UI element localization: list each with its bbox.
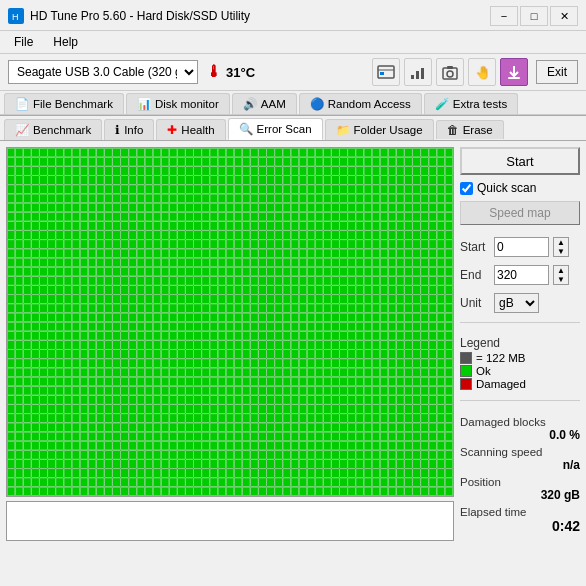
- svg-rect-10: [447, 66, 453, 69]
- speed-map-button[interactable]: Speed map: [460, 201, 580, 225]
- start-button[interactable]: Start: [460, 147, 580, 175]
- toolbar: Seagate USB 3.0 Cable (320 gB) 🌡 31°C 🤚 …: [0, 54, 586, 91]
- close-button[interactable]: ✕: [550, 6, 578, 26]
- legend-gray: = 122 MB: [460, 352, 580, 364]
- menu-file[interactable]: File: [8, 33, 39, 51]
- scanning-speed-label: Scanning speed: [460, 446, 580, 458]
- end-spinner: ▲ ▼: [553, 265, 569, 285]
- stats-section: Damaged blocks 0.0 % Scanning speed n/a …: [460, 416, 580, 534]
- position-value: 320 gB: [460, 488, 580, 502]
- tabs-row2: 📈 Benchmark ℹ Info ✚ Health 🔍 Error Scan…: [0, 116, 586, 140]
- tab-aam[interactable]: 🔊 AAM: [232, 93, 297, 114]
- tab-file-benchmark[interactable]: 📄 File Benchmark: [4, 93, 124, 114]
- app-icon: H: [8, 8, 24, 24]
- start-input[interactable]: [494, 237, 549, 257]
- title-bar: H HD Tune Pro 5.60 - Hard Disk/SSD Utili…: [0, 0, 586, 31]
- end-field-row: End ▲ ▼: [460, 265, 580, 285]
- svg-rect-5: [411, 75, 414, 79]
- elapsed-time-value: 0:42: [460, 518, 580, 534]
- legend-ok: Ok: [460, 365, 580, 377]
- end-spin-up[interactable]: ▲: [554, 266, 568, 275]
- start-spin-down[interactable]: ▼: [554, 247, 568, 256]
- window-controls: − □ ✕: [490, 6, 578, 26]
- health-icon: ✚: [167, 123, 177, 137]
- legend-box-green: [460, 365, 472, 377]
- benchmark-icon: 📈: [15, 123, 29, 137]
- start-label: Start: [460, 240, 490, 254]
- tab-extra-tests[interactable]: 🧪 Extra tests: [424, 93, 518, 114]
- unit-selector[interactable]: gB MB: [494, 293, 539, 313]
- menu-bar: File Help: [0, 31, 586, 54]
- menu-help[interactable]: Help: [47, 33, 84, 51]
- scan-info-bar: [6, 501, 454, 541]
- info-icon: ℹ: [115, 123, 120, 137]
- tabs-row1-container: 📄 File Benchmark 📊 Disk monitor 🔊 AAM 🔵 …: [0, 91, 586, 116]
- legend-gray-label: = 122 MB: [476, 352, 526, 364]
- svg-text:🤚: 🤚: [475, 64, 491, 81]
- svg-rect-6: [416, 71, 419, 79]
- tab-benchmark[interactable]: 📈 Benchmark: [4, 119, 102, 140]
- damaged-blocks-label: Damaged blocks: [460, 416, 580, 428]
- scan-grid-container: [6, 147, 454, 497]
- scan-area: [6, 147, 454, 541]
- drive-selector[interactable]: Seagate USB 3.0 Cable (320 gB): [8, 60, 198, 84]
- position-label: Position: [460, 476, 580, 488]
- svg-rect-7: [421, 68, 424, 79]
- quick-scan-checkbox[interactable]: [460, 182, 473, 195]
- tabs-row1: 📄 File Benchmark 📊 Disk monitor 🔊 AAM 🔵 …: [0, 91, 586, 115]
- tab-health[interactable]: ✚ Health: [156, 119, 225, 140]
- temperature-value: 31°C: [226, 65, 255, 80]
- download-icon-btn[interactable]: [500, 58, 528, 86]
- info-icon-btn[interactable]: [372, 58, 400, 86]
- file-benchmark-icon: 📄: [15, 97, 29, 111]
- aam-icon: 🔊: [243, 97, 257, 111]
- end-input[interactable]: [494, 265, 549, 285]
- start-spinner: ▲ ▼: [553, 237, 569, 257]
- scanning-speed-value: n/a: [460, 458, 580, 472]
- restore-button[interactable]: □: [520, 6, 548, 26]
- minimize-button[interactable]: −: [490, 6, 518, 26]
- legend-damaged-label: Damaged: [476, 378, 526, 390]
- tab-random-access[interactable]: 🔵 Random Access: [299, 93, 422, 114]
- right-panel: Start Quick scan Speed map Start ▲ ▼ End: [460, 147, 580, 541]
- svg-point-9: [447, 71, 453, 77]
- chart-icon-btn[interactable]: [404, 58, 432, 86]
- camera-icon-btn[interactable]: [436, 58, 464, 86]
- random-access-icon: 🔵: [310, 97, 324, 111]
- tab-erase[interactable]: 🗑 Erase: [436, 120, 504, 139]
- svg-rect-4: [380, 72, 384, 75]
- scan-canvas: [7, 148, 453, 496]
- tab-disk-monitor[interactable]: 📊 Disk monitor: [126, 93, 230, 114]
- thermometer-icon: 🌡: [206, 63, 222, 81]
- extra-tests-icon: 🧪: [435, 97, 449, 111]
- app-title: HD Tune Pro 5.60 - Hard Disk/SSD Utility: [30, 9, 250, 23]
- tab-folder-usage[interactable]: 📁 Folder Usage: [325, 119, 434, 140]
- legend-box-red: [460, 378, 472, 390]
- divider1: [460, 322, 580, 323]
- legend-section: Legend = 122 MB Ok Damaged: [460, 336, 580, 391]
- title-bar-left: H HD Tune Pro 5.60 - Hard Disk/SSD Utili…: [8, 8, 250, 24]
- divider2: [460, 400, 580, 401]
- quick-scan-label[interactable]: Quick scan: [477, 181, 536, 195]
- end-spin-down[interactable]: ▼: [554, 275, 568, 284]
- end-field-container: End ▲ ▼: [460, 263, 580, 285]
- svg-text:H: H: [12, 12, 19, 22]
- svg-rect-12: [508, 77, 520, 79]
- unit-row: Unit gB MB: [460, 293, 580, 313]
- exit-button[interactable]: Exit: [536, 60, 578, 84]
- toolbar-icons: 🤚: [372, 58, 528, 86]
- error-scan-icon: 🔍: [239, 122, 253, 136]
- temperature-display: 🌡 31°C: [206, 63, 255, 81]
- glove-icon-btn[interactable]: 🤚: [468, 58, 496, 86]
- start-field-container: Start ▲ ▼: [460, 235, 580, 257]
- start-spin-up[interactable]: ▲: [554, 238, 568, 247]
- tab-info[interactable]: ℹ Info: [104, 119, 154, 140]
- folder-icon: 📁: [336, 123, 350, 137]
- legend-ok-label: Ok: [476, 365, 491, 377]
- start-field-row: Start ▲ ▼: [460, 237, 580, 257]
- tab-error-scan[interactable]: 🔍 Error Scan: [228, 118, 323, 140]
- tabs-row2-container: 📈 Benchmark ℹ Info ✚ Health 🔍 Error Scan…: [0, 116, 586, 141]
- disk-monitor-icon: 📊: [137, 97, 151, 111]
- erase-icon: 🗑: [447, 124, 459, 136]
- damaged-blocks-value: 0.0 %: [460, 428, 580, 442]
